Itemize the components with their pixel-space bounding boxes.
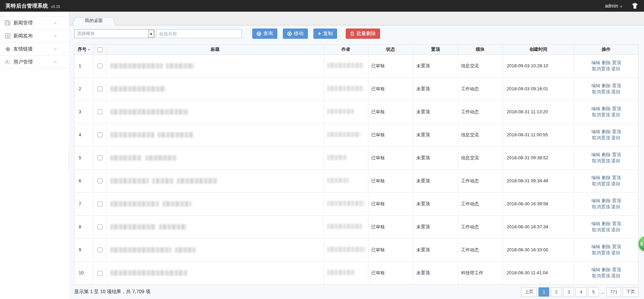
page-button-4[interactable]: 4 (576, 287, 586, 297)
op-unpin-link[interactable]: 取消置顶 (592, 250, 610, 255)
op-pin-link[interactable]: 置顶 (612, 106, 621, 111)
row-checkbox[interactable] (98, 87, 102, 91)
move-button[interactable]: 移动 (283, 28, 308, 39)
tshirt-theme-icon[interactable] (631, 3, 639, 9)
sidebar-item-2[interactable]: 新闻发布∨ (0, 30, 69, 43)
page-prev-button[interactable]: 上页 (521, 287, 537, 297)
op-delete-link[interactable]: 删除 (602, 175, 611, 180)
op-return-link[interactable]: 退回 (611, 89, 620, 94)
row-checkbox[interactable] (98, 179, 102, 183)
op-edit-link[interactable]: 编辑 (591, 198, 600, 203)
op-edit-link[interactable]: 编辑 (591, 129, 600, 134)
page-next-button[interactable]: 下页 (623, 287, 639, 297)
column-header-author[interactable]: 作者 (324, 45, 368, 54)
page-button-5[interactable]: 5 (588, 287, 599, 297)
module-select[interactable]: 选择模块 ∨ (74, 29, 155, 38)
op-delete-link[interactable]: 删除 (602, 221, 611, 226)
sidebar-item-1[interactable]: 新闻管理∨ (0, 16, 69, 30)
op-pin-link[interactable]: 置顶 (612, 221, 621, 226)
page-button-last[interactable]: 771 (607, 287, 621, 297)
op-return-link[interactable]: 退回 (611, 204, 620, 209)
link-icon (4, 46, 11, 52)
op-unpin-link[interactable]: 取消置顶 (592, 181, 610, 186)
op-return-link[interactable]: 退回 (611, 158, 620, 163)
op-return-link[interactable]: 退回 (611, 273, 620, 278)
op-pin-link[interactable]: 置顶 (612, 60, 621, 65)
op-unpin-link[interactable]: 取消置顶 (592, 204, 610, 209)
column-header-status[interactable]: 状态 (368, 45, 413, 54)
user-menu[interactable]: admin ∨ (605, 3, 622, 9)
op-pin-link[interactable]: 置顶 (612, 267, 621, 272)
op-unpin-link[interactable]: 取消置顶 (592, 89, 610, 94)
op-return-link[interactable]: 退回 (611, 181, 620, 186)
op-edit-link[interactable]: 编辑 (591, 244, 600, 249)
op-pin-link[interactable]: 置顶 (612, 198, 621, 203)
page-button-3[interactable]: 3 (563, 287, 574, 297)
op-delete-link[interactable]: 删除 (602, 198, 611, 203)
copy-button[interactable]: +复制 (313, 28, 337, 39)
page-button-2[interactable]: 2 (551, 287, 562, 297)
column-header-created[interactable]: 创建时间 (503, 45, 574, 54)
table-row: 9已审核未置顶工作动态2018-08-30 16:33:00编辑删除置顶取消置顶… (75, 238, 638, 261)
row-checkbox[interactable] (98, 225, 102, 229)
op-edit-link[interactable]: 编辑 (591, 106, 600, 111)
author-cell (324, 77, 368, 100)
row-checkbox[interactable] (98, 202, 102, 206)
row-checkbox[interactable] (98, 156, 102, 160)
op-delete-link[interactable]: 删除 (602, 60, 611, 65)
redacted-title-text (110, 247, 171, 253)
title-search-input[interactable] (156, 29, 242, 38)
column-header-pinned[interactable]: 置顶 (413, 45, 458, 54)
op-return-link[interactable]: 退回 (611, 135, 620, 140)
op-unpin-link[interactable]: 取消置顶 (592, 66, 610, 71)
status-cell: 已审核 (368, 238, 413, 261)
author-cell (324, 169, 368, 192)
row-checkbox[interactable] (98, 133, 102, 137)
row-checkbox[interactable] (98, 110, 102, 114)
op-pin-link[interactable]: 置顶 (612, 129, 621, 134)
op-pin-link[interactable]: 置顶 (612, 83, 621, 88)
op-return-link[interactable]: 退回 (611, 250, 620, 255)
tab-my-desktop[interactable]: 我的桌面 (72, 16, 116, 25)
column-header-ops[interactable]: 操作 (574, 45, 638, 54)
op-return-link[interactable]: 退回 (611, 66, 620, 71)
op-delete-link[interactable]: 删除 (602, 83, 611, 88)
page-button-1[interactable]: 1 (538, 287, 549, 297)
query-button[interactable]: 查询 (252, 28, 277, 39)
select-all-checkbox[interactable] (98, 47, 102, 52)
batch-delete-button[interactable]: 批量删除 (346, 28, 380, 39)
op-delete-link[interactable]: 删除 (602, 267, 611, 272)
sidebar-item-4[interactable]: 用户管理∨ (0, 56, 69, 69)
button-label: 复制 (323, 31, 333, 37)
op-delete-link[interactable]: 删除 (602, 244, 611, 249)
op-edit-link[interactable]: 编辑 (591, 267, 600, 272)
op-delete-link[interactable]: 删除 (602, 106, 611, 111)
op-delete-link[interactable]: 删除 (602, 152, 611, 157)
op-unpin-link[interactable]: 取消置顶 (592, 227, 610, 232)
op-edit-link[interactable]: 编辑 (591, 175, 600, 180)
op-unpin-link[interactable]: 取消置顶 (592, 158, 610, 163)
op-delete-link[interactable]: 删除 (602, 129, 611, 134)
op-return-link[interactable]: 退回 (611, 227, 620, 232)
op-unpin-link[interactable]: 取消置顶 (592, 112, 610, 117)
op-pin-link[interactable]: 置顶 (612, 244, 621, 249)
op-return-link[interactable]: 退回 (611, 112, 620, 117)
op-unpin-link[interactable]: 取消置顶 (592, 273, 610, 278)
user-name: admin (605, 3, 618, 9)
op-edit-link[interactable]: 编辑 (591, 60, 600, 65)
row-checkbox[interactable] (98, 271, 102, 276)
op-pin-link[interactable]: 置顶 (612, 175, 621, 180)
filter-buttons: 查询移动+复制批量删除 (252, 28, 380, 39)
sidebar-item-3[interactable]: 友情链接∨ (0, 43, 69, 56)
row-checkbox[interactable] (98, 64, 102, 68)
op-unpin-link[interactable]: 取消置顶 (592, 135, 610, 140)
column-header-index[interactable]: 序号▲ (75, 45, 93, 54)
column-header-module[interactable]: 模块 (458, 45, 503, 54)
op-edit-link[interactable]: 编辑 (591, 221, 600, 226)
op-pin-link[interactable]: 置顶 (612, 152, 621, 157)
op-edit-link[interactable]: 编辑 (591, 152, 600, 157)
op-edit-link[interactable]: 编辑 (591, 83, 600, 88)
column-header-title[interactable]: 标题 (107, 45, 324, 54)
row-checkbox[interactable] (98, 248, 102, 252)
select-all-header[interactable] (93, 45, 107, 54)
